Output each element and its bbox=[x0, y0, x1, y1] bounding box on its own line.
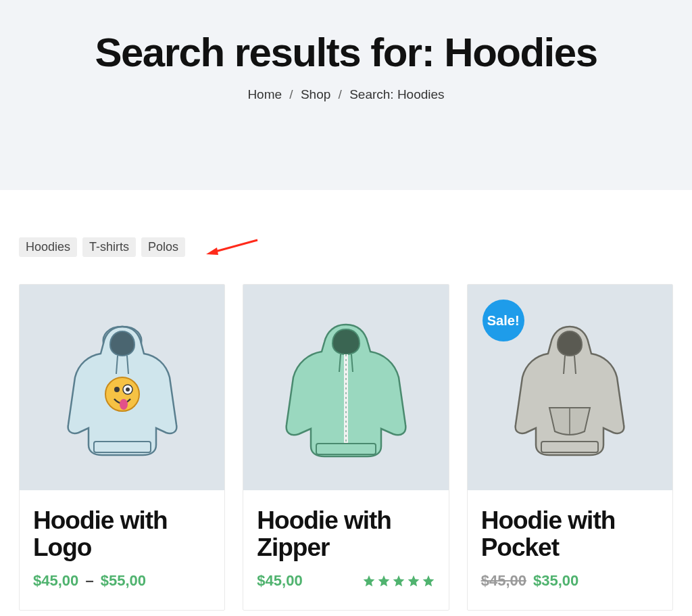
product-price: $45,00 bbox=[257, 572, 302, 590]
product-title: Hoodie with Pocket bbox=[481, 507, 659, 561]
product-card[interactable]: Hoodie with Zipper $45,00 bbox=[243, 284, 449, 611]
product-title: Hoodie with Zipper bbox=[257, 507, 435, 561]
filter-pills: Hoodies T-shirts Polos bbox=[19, 237, 673, 257]
star-icon bbox=[392, 574, 405, 588]
svg-point-7 bbox=[126, 387, 130, 392]
star-icon bbox=[422, 574, 435, 588]
product-info: Hoodie with Logo $45,00 – $55,00 bbox=[20, 490, 224, 610]
star-icon bbox=[377, 574, 391, 588]
svg-rect-9 bbox=[94, 442, 151, 452]
svg-rect-18 bbox=[541, 442, 598, 452]
page-header: Search results for: Hoodies Home / Shop … bbox=[0, 0, 692, 190]
hoodie-illustration-icon bbox=[55, 316, 190, 458]
sale-badge: Sale! bbox=[483, 300, 524, 341]
product-info: Hoodie with Zipper $45,00 bbox=[243, 490, 448, 610]
filter-pill-polos[interactable]: Polos bbox=[141, 237, 185, 257]
svg-line-0 bbox=[213, 240, 257, 252]
star-icon bbox=[407, 574, 420, 588]
breadcrumb-shop[interactable]: Shop bbox=[301, 87, 330, 101]
breadcrumb-home[interactable]: Home bbox=[247, 87, 282, 101]
product-rating bbox=[362, 574, 435, 588]
product-card[interactable]: Hoodie with Logo $45,00 – $55,00 bbox=[19, 284, 225, 611]
breadcrumb: Home / Shop / Search: Hoodies bbox=[14, 87, 678, 102]
arrow-annotation-icon bbox=[205, 236, 259, 260]
product-info: Hoodie with Pocket $45,00$35,00 bbox=[468, 490, 672, 610]
hoodie-illustration-icon bbox=[278, 316, 414, 458]
filter-pill-tshirts[interactable]: T-shirts bbox=[82, 237, 136, 257]
svg-point-5 bbox=[114, 387, 120, 392]
breadcrumb-separator: / bbox=[289, 87, 293, 101]
filter-pill-hoodies[interactable]: Hoodies bbox=[19, 237, 77, 257]
star-icon bbox=[362, 574, 376, 588]
product-image: Sale! bbox=[468, 285, 672, 490]
svg-point-8 bbox=[120, 399, 128, 410]
breadcrumb-current: Search: Hoodies bbox=[349, 87, 444, 101]
product-grid: Hoodie with Logo $45,00 – $55,00 bbox=[19, 284, 673, 611]
product-image bbox=[20, 285, 224, 490]
breadcrumb-separator: / bbox=[339, 87, 342, 101]
product-price: $45,00 – $55,00 bbox=[33, 572, 146, 590]
svg-rect-14 bbox=[316, 444, 376, 454]
hoodie-illustration-icon bbox=[502, 316, 637, 458]
svg-marker-1 bbox=[206, 247, 218, 255]
product-image bbox=[243, 285, 448, 490]
product-card[interactable]: Sale! Hoodie with Pocket $45,00$35,00 bbox=[467, 284, 673, 611]
product-price: $45,00$35,00 bbox=[481, 572, 579, 590]
page-title: Search results for: Hoodies bbox=[14, 31, 678, 74]
product-title: Hoodie with Logo bbox=[33, 507, 211, 561]
